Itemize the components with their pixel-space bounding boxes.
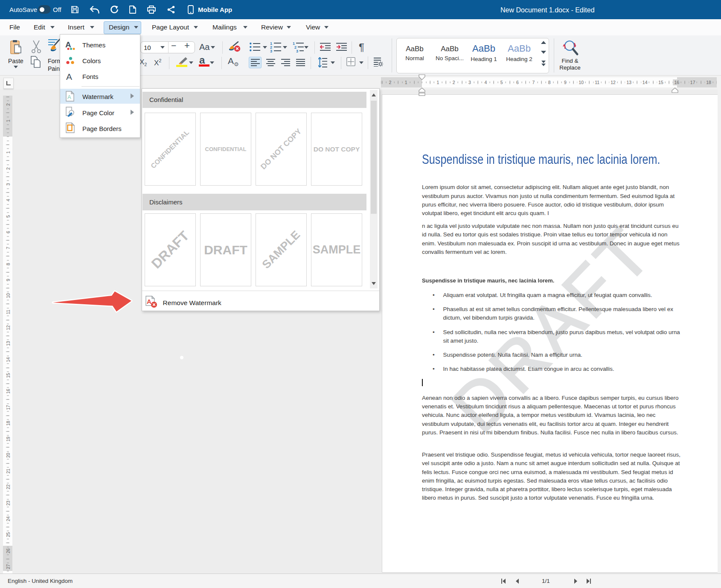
- svg-text:A: A: [65, 40, 71, 49]
- svg-text:3: 3: [296, 49, 298, 52]
- svg-text:A: A: [67, 94, 71, 100]
- svg-text:3: 3: [270, 49, 272, 52]
- svg-text:A: A: [147, 298, 151, 305]
